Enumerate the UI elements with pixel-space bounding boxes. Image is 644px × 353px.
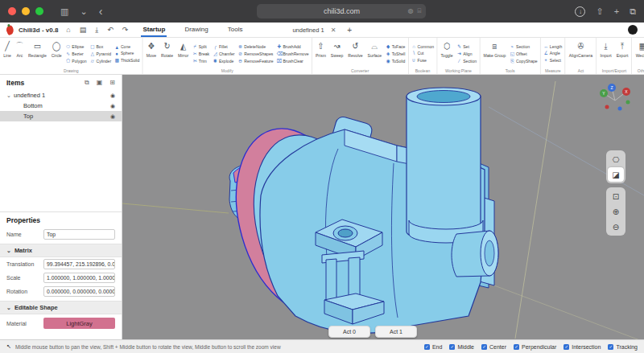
checkbox-icon[interactable]: ✓ (564, 344, 569, 350)
ribbon-removeshapes-button[interactable]: ⊘RemoveShapes (237, 51, 275, 57)
link-document-icon[interactable]: ⧉ (85, 79, 89, 87)
ribbon-aligncamera-button[interactable]: ✇AlignCamera (568, 39, 594, 68)
tab-overview-icon[interactable]: ⧉ (630, 0, 636, 23)
minimize-button[interactable] (22, 7, 30, 15)
ribbon-toshell-button[interactable]: ◈ToShell (385, 51, 406, 57)
ribbon-prism-button[interactable]: ⇧Prism (314, 39, 327, 68)
ribbon-thicksolid-button[interactable]: ▩ThickSolid (114, 57, 140, 64)
ribbon-angle-button[interactable]: ∠Angle (543, 50, 563, 56)
checkbox-icon[interactable]: ✓ (449, 344, 455, 350)
ribbon-split-button[interactable]: ⌿Split (192, 43, 210, 50)
ribbon-deletenode-button[interactable]: ⊗DeleteNode (237, 43, 275, 50)
tab-startup[interactable]: Startup (141, 23, 167, 37)
open-icon[interactable]: ▤ (80, 26, 87, 35)
editable-shape-section-header[interactable]: ⌄ Editable Shape (0, 301, 122, 314)
back-icon[interactable]: ‹ (99, 0, 103, 23)
rotation-field[interactable]: 0.000000, 0.000000, 0.000000 (43, 286, 115, 297)
face-select-icon[interactable]: ◪ (608, 167, 624, 182)
ribbon-explode-button[interactable]: ✺Explode (212, 58, 235, 64)
ribbon-line-button[interactable]: ╱Line (2, 39, 13, 68)
ribbon-tosolid-button[interactable]: ◉ToSolid (385, 58, 406, 64)
ribbon-arc-button[interactable]: ⌒Arc (14, 39, 25, 68)
save-icon[interactable]: ⤓ (95, 26, 98, 35)
ribbon-trim-button[interactable]: ✄Trim (192, 58, 210, 64)
document-tab[interactable]: undefined 1 ✕ (292, 27, 336, 34)
share-icon[interactable]: ⇧ (596, 0, 603, 23)
ribbon-section-button[interactable]: ∕Section (456, 58, 477, 64)
ribbon-cylinder-button[interactable]: ⌭Cylinder (89, 58, 112, 64)
ribbon-length-button[interactable]: ↔Length (543, 43, 563, 49)
ribbon-cut-button[interactable]: ∖Cut (411, 50, 435, 56)
ribbon-chamfer-button[interactable]: ◿Chamfer (212, 51, 235, 57)
ribbon-wechat-button[interactable]: ▦Wechat (634, 39, 644, 68)
act-button-act-1[interactable]: Act 1 (375, 326, 417, 338)
axis-gizmo[interactable]: Y Z X (596, 81, 634, 120)
github-icon[interactable] (628, 25, 638, 35)
tree-item-bottom[interactable]: Bottom◉ (0, 101, 122, 111)
scale-field[interactable]: 1.000000, 1.000000, 1.000000 (43, 273, 115, 283)
material-button[interactable]: LightGray (43, 318, 115, 329)
matrix-section-header[interactable]: ⌄ Matrix (0, 244, 122, 257)
ribbon-brushremove-button[interactable]: ⌫BrushRemove (276, 51, 309, 57)
sidebar-icon[interactable]: ▥ (60, 0, 68, 23)
ribbon-removefeature-button[interactable]: ⊖RemoveFeature (237, 58, 275, 64)
ribbon-common-button[interactable]: ∩Common (411, 43, 435, 49)
ribbon-circle-button[interactable]: ◯Circle (50, 39, 63, 68)
ribbon-offset-button[interactable]: ◱Offset (510, 51, 539, 57)
snap-tracking[interactable]: ✓Tracking (608, 344, 638, 350)
new-document-icon[interactable]: + (347, 26, 352, 35)
ribbon-set-button[interactable]: ✎Set (456, 43, 477, 50)
checkbox-icon[interactable]: ✓ (424, 344, 430, 350)
expand-all-icon[interactable]: ⊞ (109, 79, 115, 87)
fit-view-icon[interactable]: ⊡ (608, 189, 624, 203)
ribbon-brushadd-button[interactable]: ✚BrushAdd (276, 43, 309, 50)
ribbon-surface-button[interactable]: ⌓Surface (366, 39, 383, 68)
ribbon-sphere-button[interactable]: ●Sphere (114, 51, 140, 56)
new-group-icon[interactable]: ▣ (97, 79, 103, 87)
ribbon-fuse-button[interactable]: ∪Fuse (411, 57, 435, 64)
redo-icon[interactable]: ↷ (122, 26, 129, 35)
snap-center[interactable]: ✓Center (481, 344, 506, 350)
snap-end[interactable]: ✓End (424, 344, 442, 350)
ribbon-break-button[interactable]: ✂Break (192, 51, 210, 57)
ribbon-mirror-button[interactable]: ◭Mirror (176, 39, 190, 68)
ribbon-copyshape-button[interactable]: ⎘CopyShape (510, 58, 539, 64)
ribbon-make-group-button[interactable]: ⧈Make Group (482, 39, 507, 68)
ribbon-import-button[interactable]: ⤓Import (599, 39, 613, 68)
ribbon-cone-button[interactable]: ▲Cone (114, 44, 140, 50)
chevron-down-icon[interactable]: ⌄ (80, 0, 87, 23)
ribbon-pyramid-button[interactable]: △Pyramid (89, 51, 112, 57)
maximize-button[interactable] (35, 7, 43, 15)
name-field[interactable]: Top (43, 229, 115, 240)
ribbon-box-button[interactable]: ▢Box (89, 43, 112, 50)
tree-item-undefined-1[interactable]: ⌄undefined 1◉ (0, 90, 122, 101)
new-tab-icon[interactable]: + (614, 0, 619, 23)
ribbon-sweep-button[interactable]: ↝Sweep (329, 39, 345, 68)
checkbox-icon[interactable]: ✓ (608, 344, 613, 350)
viewport-3d[interactable]: Y Z X ⎔◪⊡⊕⊖ Act 0Act 1 (122, 75, 644, 339)
snap-perpendicular[interactable]: ✓Perpendicular (514, 344, 556, 350)
tab-drawing[interactable]: Drawing (183, 23, 209, 37)
close-icon[interactable]: ✕ (331, 27, 336, 34)
ribbon-select-button[interactable]: ⌖Select (543, 57, 563, 64)
ribbon-brushclear-button[interactable]: ⌧BrushClear (276, 58, 309, 64)
ribbon-polygon-button[interactable]: ⬠Polygon (65, 58, 88, 64)
ribbon-export-button[interactable]: ⤒Export (615, 39, 630, 68)
tree-item-top[interactable]: Top◉ (0, 111, 122, 121)
chevron-down-icon[interactable]: ⌄ (6, 92, 14, 99)
checkbox-icon[interactable]: ✓ (481, 344, 487, 350)
ribbon-section-button[interactable]: ⌁Section (510, 43, 539, 50)
ribbon-move-button[interactable]: ✥Move (145, 39, 158, 68)
snap-middle[interactable]: ✓Middle (449, 344, 474, 350)
visibility-icon[interactable]: ◉ (110, 92, 115, 99)
close-button[interactable] (8, 7, 16, 15)
ribbon-fillet-button[interactable]: ╭Fillet (212, 43, 235, 50)
address-bar[interactable]: chili3d.com ◍⌸ (257, 4, 426, 18)
downloads-icon[interactable]: ↓ (575, 6, 585, 17)
visibility-icon[interactable]: ◉ (110, 113, 115, 120)
ribbon-toface-button[interactable]: ◆ToFace (385, 43, 406, 50)
ribbon-toggle-button[interactable]: ⬡Toggle (440, 39, 454, 68)
ribbon-align-button[interactable]: ⇥Align (456, 51, 477, 57)
tab-tools[interactable]: Tools (226, 23, 245, 37)
ribbon-ellipse-button[interactable]: ⬭Ellipse (65, 43, 88, 50)
